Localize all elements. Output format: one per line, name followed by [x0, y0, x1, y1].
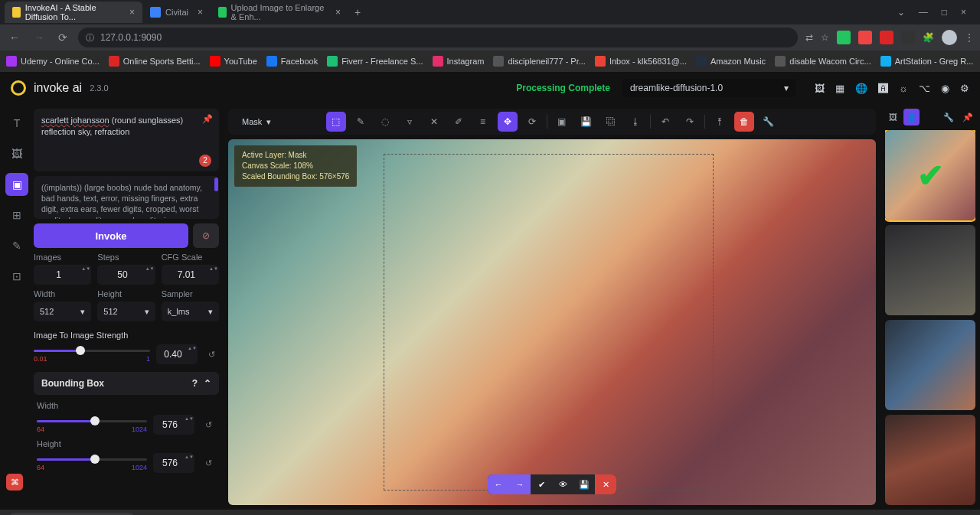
nodes-tab[interactable]: ⊞ — [5, 204, 28, 227]
bookmark-item[interactable]: Instagram — [433, 56, 485, 67]
maximize-icon[interactable]: □ — [942, 7, 947, 18]
spinner-icon[interactable]: ▲▼ — [188, 346, 195, 363]
settings-icon[interactable]: ⚙ — [960, 83, 969, 94]
images-input[interactable]: 1▲▼ — [34, 265, 91, 285]
translate-icon[interactable]: ⇄ — [805, 32, 813, 43]
img2img-tab[interactable]: 🖼 — [5, 142, 28, 165]
bookmark-item[interactable]: Udemy - Online Co... — [6, 56, 100, 67]
new-tab-button[interactable]: + — [348, 6, 367, 18]
bookmark-item[interactable]: Amazon Music — [696, 56, 766, 67]
negative-prompt[interactable]: ((implants)) (large boobs) nude bad anat… — [34, 176, 219, 219]
bookmark-item[interactable]: YouTube — [210, 56, 257, 67]
gallery-tab-user[interactable]: 👤 — [903, 109, 919, 125]
merge-button[interactable]: ▣ — [552, 112, 572, 132]
bbox-width-slider[interactable]: 64 1024 — [37, 420, 147, 430]
extensions-menu-icon[interactable]: 🧩 — [923, 32, 934, 43]
undo-button[interactable]: ↶ — [655, 112, 675, 132]
options-icon[interactable]: ≡ — [473, 112, 493, 132]
training-tab[interactable]: ⊡ — [5, 265, 28, 288]
spinner-icon[interactable]: ▲▼ — [185, 455, 192, 471]
bounding-box-header[interactable]: Bounding Box ?⌃ — [34, 372, 219, 395]
staging-accept-button[interactable]: ✔ — [531, 474, 552, 494]
colorpicker-tool[interactable]: ✐ — [449, 112, 469, 132]
chevron-down-icon[interactable]: ⌄ — [897, 7, 905, 18]
bookmark-item[interactable]: ArtStation - Greg R... — [880, 56, 974, 67]
scrollbar[interactable] — [214, 178, 218, 191]
back-button[interactable]: ← — [6, 28, 23, 47]
browser-tab[interactable]: Upload Image to Enlarge & Enh... × — [211, 2, 348, 23]
globe-icon[interactable]: 🌐 — [855, 83, 867, 94]
models-icon[interactable]: ▦ — [835, 83, 844, 94]
close-icon[interactable]: × — [335, 7, 341, 18]
cfg-input[interactable]: 7.01▲▼ — [162, 265, 219, 285]
reset-view-button[interactable]: ⟳ — [522, 112, 542, 132]
browser-tab[interactable]: InvokeAI - A Stable Diffusion To... × — [5, 2, 142, 23]
extension-icon[interactable] — [837, 31, 851, 44]
gallery-settings-icon[interactable]: 🔧 — [941, 109, 956, 125]
layer-select[interactable]: Mask▾ — [236, 114, 277, 130]
invoke-button[interactable]: Invoke — [34, 223, 188, 248]
save-button[interactable]: 💾 — [577, 112, 596, 132]
bounding-box-overlay[interactable] — [384, 154, 714, 491]
download-item[interactable]: 🖼 000979.40d74eb5....png ⌃ — [8, 513, 136, 516]
steps-input[interactable]: 50▲▼ — [97, 265, 155, 285]
spinner-icon[interactable]: ▲▼ — [81, 266, 89, 283]
close-icon[interactable]: × — [129, 7, 135, 18]
cancel-button[interactable]: ⊘ — [193, 223, 219, 248]
image-icon[interactable]: 🖼 — [815, 83, 825, 94]
github-icon[interactable]: ⌥ — [919, 83, 930, 94]
redo-button[interactable]: ↷ — [680, 112, 700, 132]
copy-button[interactable]: ⿻ — [601, 112, 621, 132]
browser-tab[interactable]: Civitai × — [142, 2, 211, 23]
staging-next-button[interactable]: → — [509, 474, 531, 494]
i2i-strength-slider[interactable]: 0.01 1 — [34, 350, 150, 360]
spinner-icon[interactable]: ▲▼ — [185, 416, 192, 433]
spinner-icon[interactable]: ▲▼ — [145, 266, 153, 283]
language-icon[interactable]: 🅰 — [878, 83, 888, 94]
bookmark-item[interactable]: Facebook — [266, 56, 318, 67]
close-window-icon[interactable]: × — [961, 7, 966, 18]
site-info-icon[interactable]: ⓘ — [86, 32, 94, 44]
clear-canvas-button[interactable]: 🗑 — [734, 112, 754, 132]
reload-button[interactable]: ⟳ — [55, 28, 70, 47]
staging-toggle-button[interactable]: 👁 — [552, 474, 573, 494]
spinner-icon[interactable]: ▲▼ — [209, 266, 217, 283]
gallery-thumb[interactable] — [885, 320, 975, 410]
positive-prompt[interactable]: 📌 scarlett johansson (round sunglasses) … — [34, 109, 219, 171]
dev-console-toggle[interactable]: ⌘ — [6, 474, 23, 491]
upload-button[interactable]: ⭱ — [710, 112, 730, 132]
gallery-thumb[interactable]: ✔ — [885, 130, 975, 220]
bookmark-item[interactable]: Online Sports Betti... — [109, 56, 201, 67]
forward-button[interactable]: → — [31, 28, 47, 47]
bookmark-star-icon[interactable]: ☆ — [821, 32, 829, 43]
gallery-tab-results[interactable]: 🖼 — [885, 109, 900, 125]
sampler-select[interactable]: k_lms▾ — [162, 302, 219, 321]
bbox-width-input[interactable]: 576▲▼ — [153, 415, 194, 435]
menu-icon[interactable]: ⋮ — [965, 32, 974, 43]
staging-discard-button[interactable]: ✕ — [595, 474, 616, 494]
reset-button[interactable]: ↺ — [201, 455, 216, 471]
canvas-settings-button[interactable]: 🔧 — [759, 112, 779, 132]
brush-tool[interactable]: ⬚ — [326, 112, 346, 132]
clear-mask-tool[interactable]: ✕ — [424, 112, 444, 132]
bbox-height-input[interactable]: 576▲▼ — [153, 453, 194, 473]
height-select[interactable]: 512▾ — [97, 302, 155, 321]
extension-icon[interactable] — [858, 31, 872, 44]
staging-save-button[interactable]: 💾 — [573, 474, 595, 494]
canvas-viewport[interactable]: Active Layer: Mask Canvas Scale: 108% Sc… — [228, 139, 876, 505]
gallery-pin-icon[interactable]: 📌 — [960, 109, 975, 125]
bookmark-item[interactable]: disable Wacom Circ... — [775, 56, 871, 67]
reset-button[interactable]: ↺ — [201, 417, 216, 432]
txt2img-tab[interactable]: T — [5, 112, 28, 135]
staging-prev-button[interactable]: ← — [488, 474, 509, 494]
eraser-tool[interactable]: ◌ — [375, 112, 395, 132]
gallery-thumb[interactable] — [885, 225, 975, 315]
help-icon[interactable]: ? — [192, 378, 198, 389]
gallery-thumb[interactable] — [885, 415, 975, 505]
model-select[interactable]: dreamlike-diffusion-1.0 ▾ — [622, 79, 796, 97]
profile-avatar[interactable] — [942, 30, 957, 45]
close-icon[interactable]: × — [198, 7, 203, 18]
i2i-strength-input[interactable]: 0.40▲▼ — [156, 344, 198, 364]
move-tool[interactable]: ✥ — [498, 112, 518, 132]
extension-icon[interactable] — [901, 31, 915, 44]
